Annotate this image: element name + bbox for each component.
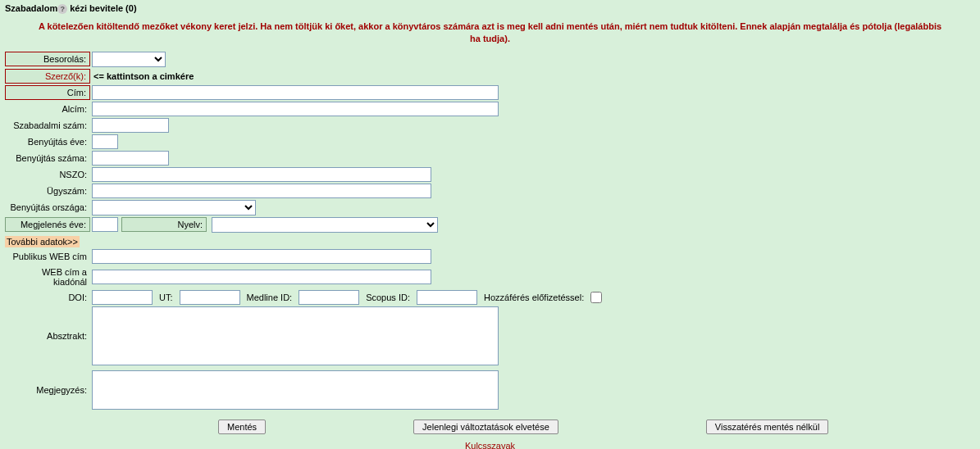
page-root: Szabadalom? kézi bevitele (0) A kötelező… [0,0,980,449]
vissza-button[interactable]: Visszatérés mentés nélkül [706,420,829,434]
ugyszam-input[interactable] [92,184,431,198]
label-szerzok[interactable]: Szerző(k): [5,69,90,84]
web-kiado-input[interactable] [92,270,431,284]
label-szabadalmi-szam: Szabadalmi szám: [5,119,90,132]
help-icon[interactable]: ? [57,4,67,14]
label-ut: UT: [156,291,176,304]
alcim-input[interactable] [92,102,499,116]
megjegyzes-textarea[interactable] [92,370,499,410]
megjelenes-eve-input[interactable] [92,217,118,232]
label-publikus-web: Publikus WEB cím [5,250,90,263]
label-alcim: Alcím: [5,102,90,116]
label-hozzaferes: Hozzáférés előfizetéssel: [481,291,587,304]
label-absztrakt: Absztrakt: [5,329,90,342]
label-benyujtas-orszaga: Benyújtás országa: [5,201,90,214]
required-fields-warning: A kötelezően kitöltendő mezőket vékony k… [5,17,975,52]
szabadalmi-szam-input[interactable] [92,118,169,133]
doi-input[interactable] [92,290,153,305]
szerzok-hint: <= kattintson a cimkére [92,71,194,81]
tovabbi-adatok-toggle[interactable]: További adatok>> [5,236,80,247]
label-doi: DOI: [5,291,90,304]
label-medline: Medline ID: [244,291,296,304]
elvetes-button[interactable]: Jelenlegi változtatások elvetése [413,420,558,434]
label-megjegyzes: Megjegyzés: [5,383,90,397]
label-nyelv: Nyelv: [121,217,207,232]
label-besorolas: Besorolás: [5,52,90,66]
cim-input[interactable] [92,85,499,100]
label-benyujtas-szama: Benyújtás száma: [5,152,90,165]
label-megjelenes-eve: Megjelenés éve: [5,217,90,232]
absztrakt-textarea[interactable] [92,306,499,365]
benyujtas-eve-input[interactable] [92,134,118,149]
publikus-web-input[interactable] [92,249,431,264]
kulcsszavak-link[interactable]: Kulcsszavak [5,438,975,449]
label-benyujtas-eve: Benyújtás éve: [5,135,90,148]
ut-input[interactable] [180,290,240,305]
label-nszo: NSZO: [5,168,90,181]
besorolas-select[interactable] [92,52,166,67]
label-scopus: Scopus ID: [362,291,413,304]
mentes-button[interactable]: Mentés [218,420,266,434]
button-row: Mentés Jelenlegi változtatások elvetése … [5,411,975,438]
label-cim: Cím: [5,85,90,100]
page-title-prefix: Szabadalom [5,3,57,13]
nszo-input[interactable] [92,167,431,182]
medline-input[interactable] [299,290,359,305]
label-ugyszam: Ügyszám: [5,184,90,197]
page-title-row: Szabadalom? kézi bevitele (0) [5,3,975,17]
benyujtas-orszaga-select[interactable] [92,200,256,215]
hozzaferes-checkbox[interactable] [590,292,602,303]
page-title-suffix: kézi bevitele (0) [67,3,136,13]
label-web-kiado: WEB cím a kiadónál [5,265,90,288]
nyelv-select[interactable] [212,217,438,233]
benyujtas-szama-input[interactable] [92,151,169,166]
scopus-input[interactable] [417,290,477,305]
